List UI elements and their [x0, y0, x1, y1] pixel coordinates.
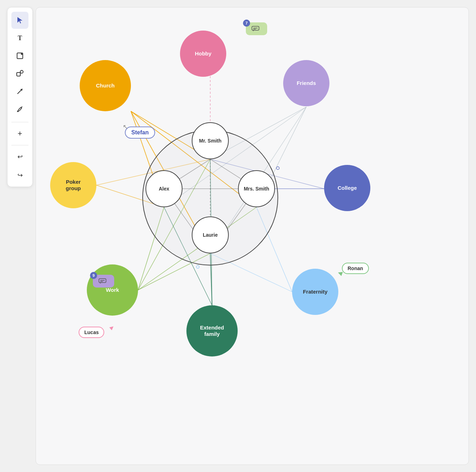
poker-label: Pokergroup: [64, 177, 83, 193]
hobby-node[interactable]: Hobby: [180, 31, 226, 77]
add-button[interactable]: +: [11, 125, 28, 142]
extended-family-node[interactable]: Extendedfamily: [186, 305, 238, 356]
svg-line-8: [21, 107, 22, 107]
ronan-label-text: Ronan: [348, 266, 363, 271]
sticky-tool[interactable]: [11, 47, 28, 64]
hobby-label: Hobby: [194, 49, 213, 58]
svg-line-24: [138, 207, 256, 290]
stefan-tag[interactable]: Stefan: [125, 127, 155, 139]
svg-point-21: [276, 167, 279, 170]
stefan-cursor: ↖: [123, 123, 128, 131]
friends-node[interactable]: Friends: [283, 60, 329, 106]
svg-line-25: [138, 253, 210, 290]
ronan-arrow: ▶: [337, 270, 343, 278]
arrow-tool[interactable]: [11, 83, 28, 100]
svg-line-26: [210, 253, 212, 305]
pen-tool[interactable]: [11, 101, 28, 118]
mrs-smith-node[interactable]: Mrs. Smith: [238, 170, 275, 207]
shapes-tool[interactable]: [11, 65, 28, 82]
church-label: Church: [95, 81, 116, 90]
friends-label: Friends: [295, 79, 317, 88]
text-tool[interactable]: T: [11, 30, 28, 47]
fraternity-label: Fraternity: [301, 287, 329, 296]
stefan-label-text: Stefan: [131, 129, 149, 135]
redo-button[interactable]: ↪: [11, 167, 28, 184]
chat-badge-2: 9: [90, 272, 97, 279]
extended-family-label: Extendedfamily: [199, 323, 226, 339]
laurie-node[interactable]: Laurie: [192, 216, 229, 253]
laurie-label: Laurie: [201, 231, 219, 240]
toolbar: T + ↩ ↪: [7, 7, 33, 187]
church-node[interactable]: Church: [80, 60, 131, 111]
mrs-smith-label: Mrs. Smith: [242, 184, 271, 193]
svg-point-32: [196, 266, 199, 268]
chat-bubble-2[interactable]: 9: [93, 275, 114, 288]
svg-line-31: [210, 253, 292, 292]
lucas-arrow: ▶: [108, 324, 115, 331]
undo-button[interactable]: ↩: [11, 148, 28, 165]
chat-badge-1: 7: [243, 20, 250, 27]
mr-smith-label: Mr. Smith: [197, 136, 223, 145]
lucas-tag[interactable]: Lucas: [79, 327, 104, 338]
alex-label: Alex: [157, 184, 171, 193]
select-tool[interactable]: [11, 12, 28, 29]
mr-smith-node[interactable]: Mr. Smith: [192, 122, 229, 159]
college-node[interactable]: College: [324, 165, 370, 211]
svg-line-30: [256, 207, 292, 292]
fraternity-node[interactable]: Fraternity: [292, 269, 338, 315]
chat-bubble-1[interactable]: 7: [246, 22, 267, 35]
svg-rect-4: [17, 73, 20, 76]
college-label: College: [336, 183, 358, 193]
poker-group-node[interactable]: Pokergroup: [50, 162, 96, 208]
alex-node[interactable]: Alex: [146, 170, 183, 207]
svg-marker-0: [17, 17, 22, 23]
ronan-tag[interactable]: Ronan: [342, 263, 369, 274]
svg-line-22: [138, 207, 164, 290]
lucas-label-text: Lucas: [84, 329, 99, 335]
svg-point-5: [20, 70, 23, 73]
main-canvas[interactable]: Hobby Church Friends Pokergroup College …: [36, 7, 469, 465]
svg-line-18: [164, 107, 306, 207]
